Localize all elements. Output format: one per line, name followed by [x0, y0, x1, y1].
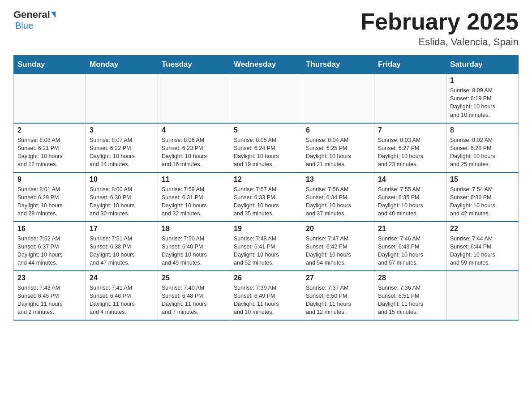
table-row: 3Sunrise: 8:07 AMSunset: 6:22 PMDaylight… [86, 123, 158, 172]
day-info: Sunrise: 7:39 AMSunset: 6:49 PMDaylight:… [234, 284, 298, 317]
col-friday: Friday [374, 56, 446, 74]
day-info: Sunrise: 7:55 AMSunset: 6:35 PMDaylight:… [378, 185, 442, 218]
day-info: Sunrise: 8:09 AMSunset: 6:19 PMDaylight:… [450, 86, 515, 119]
table-row [230, 74, 302, 123]
calendar-table: Sunday Monday Tuesday Wednesday Thursday… [13, 55, 519, 321]
day-number: 28 [378, 274, 442, 282]
day-number: 24 [90, 274, 154, 282]
table-row: 15Sunrise: 7:54 AMSunset: 6:36 PMDayligh… [446, 172, 519, 222]
day-info: Sunrise: 8:06 AMSunset: 6:23 PMDaylight:… [162, 136, 226, 169]
col-sunday: Sunday [14, 56, 86, 74]
table-row: 1Sunrise: 8:09 AMSunset: 6:19 PMDaylight… [446, 74, 519, 123]
day-info: Sunrise: 8:01 AMSunset: 6:29 PMDaylight:… [17, 185, 82, 218]
day-number: 26 [234, 274, 298, 282]
day-number: 14 [378, 176, 442, 184]
page-header: General Blue February 2025 Eslida, Valen… [13, 9, 519, 48]
calendar-title: February 2025 [360, 9, 519, 34]
table-row: 7Sunrise: 8:03 AMSunset: 6:27 PMDaylight… [374, 123, 446, 172]
day-number: 23 [17, 274, 82, 282]
day-info: Sunrise: 7:57 AMSunset: 6:33 PMDaylight:… [234, 185, 298, 218]
day-info: Sunrise: 7:56 AMSunset: 6:34 PMDaylight:… [306, 185, 370, 218]
day-info: Sunrise: 7:43 AMSunset: 6:45 PMDaylight:… [17, 284, 82, 317]
col-wednesday: Wednesday [230, 56, 302, 74]
table-row [446, 271, 519, 320]
day-number: 12 [234, 176, 298, 184]
day-number: 27 [306, 274, 370, 282]
day-number: 18 [162, 225, 226, 233]
day-number: 8 [450, 126, 515, 134]
day-number: 9 [17, 176, 82, 184]
day-number: 25 [162, 274, 226, 282]
table-row: 14Sunrise: 7:55 AMSunset: 6:35 PMDayligh… [374, 172, 446, 222]
day-number: 22 [450, 225, 515, 233]
table-row: 5Sunrise: 8:05 AMSunset: 6:24 PMDaylight… [230, 123, 302, 172]
table-row: 12Sunrise: 7:57 AMSunset: 6:33 PMDayligh… [230, 172, 302, 222]
table-row: 21Sunrise: 7:46 AMSunset: 6:43 PMDayligh… [374, 222, 446, 271]
day-info: Sunrise: 7:59 AMSunset: 6:31 PMDaylight:… [162, 185, 226, 218]
logo-triangle-icon [51, 12, 56, 18]
day-number: 1 [450, 77, 515, 85]
day-number: 11 [162, 176, 226, 184]
day-number: 19 [234, 225, 298, 233]
col-monday: Monday [86, 56, 158, 74]
day-info: Sunrise: 8:05 AMSunset: 6:24 PMDaylight:… [234, 136, 298, 169]
table-row: 10Sunrise: 8:00 AMSunset: 6:30 PMDayligh… [86, 172, 158, 222]
day-number: 15 [450, 176, 515, 184]
table-row: 27Sunrise: 7:37 AMSunset: 6:50 PMDayligh… [302, 271, 374, 320]
day-info: Sunrise: 7:50 AMSunset: 6:40 PMDaylight:… [162, 235, 226, 267]
calendar-week-row: 9Sunrise: 8:01 AMSunset: 6:29 PMDaylight… [14, 172, 519, 222]
day-info: Sunrise: 7:54 AMSunset: 6:36 PMDaylight:… [450, 185, 515, 218]
day-number: 13 [306, 176, 370, 184]
day-number: 4 [162, 126, 226, 134]
calendar-week-row: 2Sunrise: 8:08 AMSunset: 6:21 PMDaylight… [14, 123, 519, 172]
day-info: Sunrise: 8:04 AMSunset: 6:25 PMDaylight:… [306, 136, 370, 169]
day-info: Sunrise: 8:02 AMSunset: 6:28 PMDaylight:… [450, 136, 515, 169]
day-info: Sunrise: 8:00 AMSunset: 6:30 PMDaylight:… [90, 185, 154, 218]
table-row [86, 74, 158, 123]
table-row [302, 74, 374, 123]
calendar-subtitle: Eslida, Valencia, Spain [360, 36, 519, 48]
table-row: 17Sunrise: 7:51 AMSunset: 6:38 PMDayligh… [86, 222, 158, 271]
day-number: 2 [17, 126, 82, 134]
day-info: Sunrise: 7:37 AMSunset: 6:50 PMDaylight:… [306, 284, 370, 317]
calendar-header-row: Sunday Monday Tuesday Wednesday Thursday… [14, 56, 519, 74]
table-row: 4Sunrise: 8:06 AMSunset: 6:23 PMDaylight… [158, 123, 230, 172]
day-info: Sunrise: 8:08 AMSunset: 6:21 PMDaylight:… [17, 136, 82, 169]
day-info: Sunrise: 7:47 AMSunset: 6:42 PMDaylight:… [306, 235, 370, 267]
day-info: Sunrise: 7:51 AMSunset: 6:38 PMDaylight:… [90, 235, 154, 267]
day-number: 10 [90, 176, 154, 184]
day-number: 16 [17, 225, 82, 233]
day-info: Sunrise: 7:36 AMSunset: 6:51 PMDaylight:… [378, 284, 442, 317]
table-row: 11Sunrise: 7:59 AMSunset: 6:31 PMDayligh… [158, 172, 230, 222]
table-row: 23Sunrise: 7:43 AMSunset: 6:45 PMDayligh… [14, 271, 86, 320]
table-row: 25Sunrise: 7:40 AMSunset: 6:48 PMDayligh… [158, 271, 230, 320]
calendar-week-row: 1Sunrise: 8:09 AMSunset: 6:19 PMDaylight… [14, 74, 519, 123]
col-thursday: Thursday [302, 56, 374, 74]
table-row: 9Sunrise: 8:01 AMSunset: 6:29 PMDaylight… [14, 172, 86, 222]
table-row: 2Sunrise: 8:08 AMSunset: 6:21 PMDaylight… [14, 123, 86, 172]
day-number: 17 [90, 225, 154, 233]
logo: General Blue [13, 9, 56, 31]
day-info: Sunrise: 7:48 AMSunset: 6:41 PMDaylight:… [234, 235, 298, 267]
day-info: Sunrise: 7:46 AMSunset: 6:43 PMDaylight:… [378, 235, 442, 267]
day-info: Sunrise: 7:41 AMSunset: 6:46 PMDaylight:… [90, 284, 154, 317]
col-saturday: Saturday [446, 56, 519, 74]
day-info: Sunrise: 7:52 AMSunset: 6:37 PMDaylight:… [17, 235, 82, 267]
table-row: 13Sunrise: 7:56 AMSunset: 6:34 PMDayligh… [302, 172, 374, 222]
table-row [14, 74, 86, 123]
day-number: 3 [90, 126, 154, 134]
table-row: 19Sunrise: 7:48 AMSunset: 6:41 PMDayligh… [230, 222, 302, 271]
col-tuesday: Tuesday [158, 56, 230, 74]
logo-blue-text: Blue [15, 21, 33, 30]
day-info: Sunrise: 8:07 AMSunset: 6:22 PMDaylight:… [90, 136, 154, 169]
table-row: 16Sunrise: 7:52 AMSunset: 6:37 PMDayligh… [14, 222, 86, 271]
day-info: Sunrise: 8:03 AMSunset: 6:27 PMDaylight:… [378, 136, 442, 169]
table-row: 28Sunrise: 7:36 AMSunset: 6:51 PMDayligh… [374, 271, 446, 320]
calendar-week-row: 23Sunrise: 7:43 AMSunset: 6:45 PMDayligh… [14, 271, 519, 320]
table-row [158, 74, 230, 123]
table-row: 6Sunrise: 8:04 AMSunset: 6:25 PMDaylight… [302, 123, 374, 172]
table-row: 26Sunrise: 7:39 AMSunset: 6:49 PMDayligh… [230, 271, 302, 320]
table-row: 18Sunrise: 7:50 AMSunset: 6:40 PMDayligh… [158, 222, 230, 271]
logo-general-text: General [13, 9, 50, 21]
calendar-week-row: 16Sunrise: 7:52 AMSunset: 6:37 PMDayligh… [14, 222, 519, 271]
